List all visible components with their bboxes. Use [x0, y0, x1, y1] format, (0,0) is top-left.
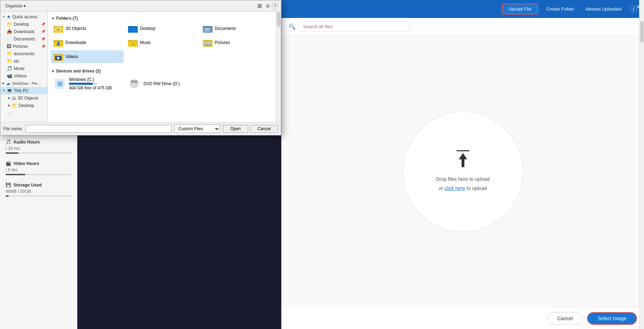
drives-grid: ⊞ Windows (C:) 404 GB free of 475 GB [51, 75, 273, 93]
nav-3d-objects[interactable]: ▶ 🗂 3D Objects [0, 94, 47, 102]
video-bar [6, 174, 71, 175]
folder-documents[interactable]: Documents [200, 22, 273, 35]
right-scrollbar-thumb[interactable] [640, 21, 644, 42]
downloads-pin: 📌 [41, 30, 45, 33]
nav-pictures[interactable]: 🖼 Pictures 📌 [0, 43, 47, 50]
upload-icon [454, 150, 472, 170]
this-pc-icon: 💻 [7, 88, 12, 93]
storage-stat: 💾 Storage Used 46MB / 50GB [6, 182, 71, 197]
svg-rect-13 [205, 31, 210, 31]
storage-label: 💾 Storage Used [6, 182, 71, 188]
drive-d-name: DVD RW Drive (D:) [143, 81, 180, 86]
dialog-toolbar: Organize ▾ ⊞ ⊟ ? [0, 0, 281, 12]
video-hours-label: 🎬 Video Hours [6, 161, 71, 166]
storage-icon: 💾 [6, 182, 11, 188]
folder-videos[interactable]: Videos [51, 50, 124, 63]
quick-access-label: Quick access [12, 14, 37, 19]
drive-c-info: Windows (C:) 404 GB free of 475 GB [69, 77, 112, 90]
folders-section-header[interactable]: ▼ Folders (7) [51, 14, 273, 22]
nav-documents3[interactable]: ... [0, 109, 47, 116]
view-options-button[interactable]: ⊞ [255, 2, 264, 10]
quick-access-header[interactable]: ▼ ★ Quick access [0, 13, 47, 20]
svg-rect-22 [128, 40, 132, 41]
right-panel-scrollbar[interactable] [639, 0, 644, 329]
folder-pictures[interactable]: Pictures [200, 36, 273, 49]
desktop-folder-svg-grid [128, 24, 138, 33]
select-image-button[interactable]: Select Image [587, 312, 637, 325]
nav-this-pc[interactable]: ▼ 💻 This PC [0, 87, 47, 94]
drive-c-bar [69, 83, 97, 85]
audio-bar-fill [6, 152, 19, 154]
nav-documents[interactable]: 📄 Documents 📌 [0, 35, 47, 43]
svg-rect-6 [128, 27, 138, 33]
devices-section-header[interactable]: ▼ Devices and drives (2) [51, 67, 273, 75]
music-folder-icon: 🎵 [7, 66, 12, 71]
etc-folder-icon: 📁 [7, 58, 12, 64]
create-folder-button[interactable]: Create Folder [543, 4, 577, 14]
nav-desktop[interactable]: 📁 Desktop 📌 [0, 20, 47, 28]
video-hours-stat: 🎬 Video Hours / 5 hrs [6, 161, 71, 175]
drive-windows-c[interactable]: ⊞ Windows (C:) 404 GB free of 475 GB [51, 75, 124, 93]
drop-zone-area[interactable]: Drop files here to upload or click here … [282, 36, 644, 308]
right-panel-header: Upload File Create Folder Newest Uploade… [282, 0, 644, 18]
svg-rect-10 [203, 26, 206, 27]
search-icon: 🔍 [289, 23, 296, 30]
svg-text:⊞: ⊞ [57, 80, 63, 87]
scrollbar-thumb[interactable] [277, 12, 281, 26]
svg-rect-32 [53, 54, 57, 55]
audio-hours-stat: 🎵 Audio Hours / 10 hrs [6, 139, 71, 154]
file-type-select[interactable]: Custom Files [174, 125, 220, 133]
dialog-cancel-button[interactable]: Cancel [250, 125, 278, 133]
svg-text:DVD: DVD [131, 80, 138, 83]
drop-suffix-text: to upload [466, 185, 487, 191]
nav-music[interactable]: 🎵 Music [0, 65, 47, 72]
storage-bar-fill [6, 195, 9, 197]
videos-folder-svg [53, 52, 63, 61]
info-icon[interactable]: ℹ [630, 6, 637, 13]
nav-videos[interactable]: 📹 Videos [0, 72, 47, 80]
devices-section-label: Devices and drives (2) [56, 69, 101, 74]
cancel-button[interactable]: Cancel [547, 312, 583, 325]
upload-file-button[interactable]: Upload File [502, 4, 538, 14]
svg-rect-18 [58, 42, 59, 44]
video-icon: 🎬 [6, 161, 11, 166]
dialog-nav: ▼ ★ Quick access 📁 Desktop 📌 📥 Downloads… [0, 12, 48, 122]
3d-objects-icon: 🗂 [12, 95, 16, 101]
file-name-label: File name: [3, 126, 23, 131]
documents-folder-svg [203, 24, 213, 33]
drop-click-link[interactable]: click here [444, 185, 465, 191]
newest-uploaded-button[interactable]: Newest Uploaded [582, 4, 624, 14]
drive-c-name: Windows (C:) [69, 77, 112, 82]
windows-drive-icon: ⊞ [53, 77, 66, 90]
open-button[interactable]: Open [223, 125, 248, 133]
nav-documents2[interactable]: 📁 documents [0, 50, 47, 57]
dialog-action-buttons: Open Cancel [223, 125, 278, 133]
pictures-pin: 📌 [41, 44, 45, 48]
dialog-scrollbar[interactable] [276, 12, 281, 122]
music-folder-svg: ♪ [128, 38, 138, 47]
nav-downloads[interactable]: 📥 Downloads 📌 [0, 28, 47, 35]
svg-text:3D: 3D [57, 28, 60, 31]
3dobjects-folder-svg: 3D [53, 24, 63, 33]
svg-marker-40 [459, 153, 467, 167]
audio-icon: 🎵 [6, 139, 11, 145]
video-bar-fill [6, 174, 25, 175]
help-button[interactable]: ? [272, 3, 278, 9]
file-name-input[interactable] [26, 125, 172, 133]
search-input[interactable] [298, 21, 411, 32]
svg-rect-16 [53, 40, 57, 41]
folder-music[interactable]: ♪ Music [125, 36, 198, 49]
folder-downloads[interactable]: Downloads [51, 36, 124, 49]
organize-button[interactable]: Organize ▾ [3, 3, 28, 9]
folder-3dobjects[interactable]: 3D 3D Objects [51, 22, 124, 35]
search-bar: 🔍 [282, 18, 644, 36]
nav-desktop2[interactable]: ▶ 📁 Desktop [0, 102, 47, 109]
view-toggle-button[interactable]: ⊟ [264, 3, 272, 9]
dialog-files: ▼ Folders (7) 3D 3D Objects [48, 12, 276, 122]
audio-hours-value: / 10 hrs [6, 146, 71, 151]
nav-onedrive[interactable]: ▶ ☁ OneDrive - Person [0, 80, 47, 87]
folder-desktop[interactable]: Desktop [125, 22, 198, 35]
nav-etc[interactable]: 📁 etc [0, 57, 47, 65]
drive-dvd-d[interactable]: DVD DVD RW Drive (D:) [125, 75, 198, 93]
this-pc-caret: ▼ [2, 89, 5, 92]
